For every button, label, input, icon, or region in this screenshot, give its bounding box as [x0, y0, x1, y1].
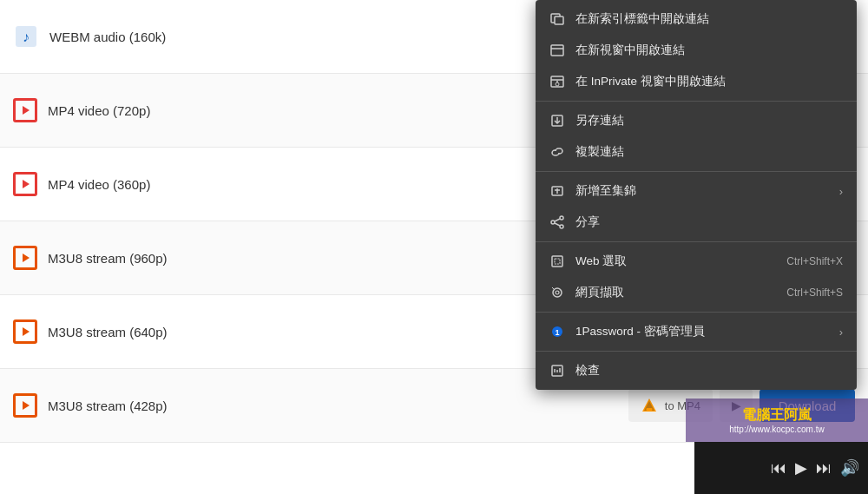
- stream-file-icon: [13, 319, 37, 344]
- collection-icon: [549, 183, 565, 199]
- context-menu-item-share[interactable]: 分享: [536, 207, 857, 238]
- context-menu-item-web-capture[interactable]: 網頁擷取 Ctrl+Shift+S: [536, 277, 857, 308]
- svg-text:1: 1: [555, 328, 559, 337]
- prev-button[interactable]: ⏮: [771, 459, 786, 478]
- context-menu-label: 檢查: [575, 363, 843, 379]
- context-menu-label: 新增至集錦: [575, 183, 829, 199]
- context-menu-item-collection[interactable]: 新增至集錦 ›: [536, 175, 857, 207]
- context-menu-label: 在新視窗中開啟連結: [575, 43, 843, 58]
- context-menu-item-new-tab[interactable]: 在新索引標籤中開啟連結: [536, 3, 857, 35]
- separator: [536, 241, 857, 242]
- context-menu-item-save-link[interactable]: 另存連結: [536, 105, 857, 136]
- context-menu-label: 在 InPrivate 視窗中開啟連結: [575, 74, 843, 89]
- context-menu-label: 分享: [575, 214, 843, 230]
- svg-point-28: [560, 216, 563, 220]
- svg-text:♪: ♪: [23, 30, 30, 44]
- inprivate-icon: [549, 74, 565, 89]
- shortcut-web-select: Ctrl+Shift+X: [786, 255, 843, 267]
- context-menu-item-inspect[interactable]: 檢查: [536, 355, 857, 386]
- save-link-icon: [549, 113, 565, 128]
- context-menu: 在新索引標籤中開啟連結 在新視窗中開啟連結 在 InPrivate 視窗: [536, 0, 857, 390]
- web-capture-icon: [549, 285, 565, 300]
- watermark-logo: 電腦王阿嵐: [742, 406, 812, 425]
- shortcut-web-capture: Ctrl+Shift+S: [786, 287, 843, 299]
- svg-point-27: [551, 221, 555, 224]
- main-container: ♪ WEBM audio (160k) to MP3 Downlo... MP4…: [0, 0, 868, 494]
- next-button[interactable]: ⏭: [816, 459, 832, 478]
- submenu-arrow: ›: [839, 185, 843, 198]
- new-tab-icon: [549, 11, 565, 27]
- separator: [536, 312, 857, 313]
- audio-file-icon: ♪: [13, 23, 39, 49]
- context-menu-label: 複製連結: [575, 144, 843, 160]
- svg-point-35: [556, 291, 559, 294]
- web-select-icon: [549, 254, 565, 269]
- copy-link-icon: [549, 144, 565, 160]
- context-menu-item-1password[interactable]: 1 1Password - 密碼管理員 ›: [536, 316, 857, 347]
- context-menu-item-new-window[interactable]: 在新視窗中開啟連結: [536, 35, 857, 66]
- stream-file-icon: [13, 246, 37, 270]
- video-player-bar: ⏮ ▶ ⏭ 🔊: [694, 442, 868, 494]
- play-pause-button[interactable]: ▶: [795, 458, 807, 478]
- context-menu-label: 網頁擷取: [575, 285, 776, 300]
- svg-rect-13: [646, 408, 652, 411]
- svg-line-31: [555, 223, 560, 226]
- svg-line-30: [555, 219, 560, 221]
- context-menu-item-copy-link[interactable]: 複製連結: [536, 136, 857, 168]
- separator: [536, 351, 857, 352]
- media-label: M3U8 stream (428p): [48, 398, 628, 413]
- submenu-arrow: ›: [839, 326, 843, 339]
- 1password-icon: 1: [549, 324, 565, 339]
- svg-rect-15: [555, 16, 563, 24]
- separator: [536, 101, 857, 102]
- watermark-url: http://www.kocpc.com.tw: [729, 425, 824, 434]
- video-file-icon: [13, 172, 37, 196]
- svg-rect-16: [551, 45, 563, 56]
- video-file-icon: [13, 98, 37, 122]
- svg-point-20: [556, 82, 559, 86]
- svg-rect-33: [555, 259, 560, 264]
- svg-rect-32: [552, 256, 562, 267]
- volume-icon[interactable]: 🔊: [840, 458, 859, 478]
- svg-point-29: [560, 225, 563, 228]
- context-menu-label: 另存連結: [575, 113, 843, 128]
- separator: [536, 171, 857, 172]
- context-menu-label: 在新索引標籤中開啟連結: [575, 11, 843, 27]
- context-menu-item-web-select[interactable]: Web 選取 Ctrl+Shift+X: [536, 246, 857, 277]
- stream-file-icon: [13, 393, 37, 418]
- watermark-overlay: 電腦王阿嵐 http://www.kocpc.com.tw: [686, 398, 868, 442]
- context-menu-label: Web 選取: [575, 254, 776, 269]
- new-window-icon: [549, 43, 565, 58]
- share-icon: [549, 214, 565, 230]
- inspect-icon: [549, 363, 565, 379]
- context-menu-item-inprivate[interactable]: 在 InPrivate 視窗中開啟連結: [536, 66, 857, 97]
- context-menu-label: 1Password - 密碼管理員: [575, 324, 829, 339]
